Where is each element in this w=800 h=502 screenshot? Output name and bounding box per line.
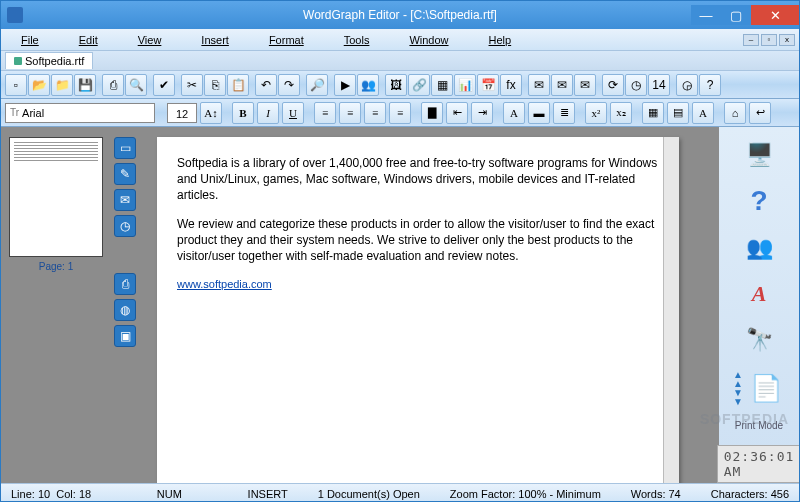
- mail-send-button[interactable]: ✉: [551, 74, 573, 96]
- status-zoom: Zoom Factor: 100% - Minimum: [450, 488, 601, 500]
- font-select[interactable]: Arial: [5, 103, 155, 123]
- page-thumbnail[interactable]: [9, 137, 103, 257]
- main-toolbar: ▫📂📁💾⎙🔍✔✂⎘📋↶↷🔎▶👥🖼🔗▦📊📅fx✉✉✉⟳◷14◶?: [1, 71, 799, 99]
- refresh-button[interactable]: ⟳: [602, 74, 624, 96]
- help-question-icon[interactable]: ?: [740, 185, 778, 217]
- thumbnail-panel: Page: 1: [1, 127, 111, 483]
- indent-right-button[interactable]: ⇥: [471, 102, 493, 124]
- hyperlink[interactable]: www.softpedia.com: [177, 278, 272, 290]
- close-button[interactable]: ✕: [751, 5, 799, 25]
- underline-button[interactable]: U: [282, 102, 304, 124]
- home-button[interactable]: ⌂: [724, 102, 746, 124]
- color-button[interactable]: A: [503, 102, 525, 124]
- paragraph: Softpedia is a library of over 1,400,000…: [177, 155, 659, 204]
- menu-view[interactable]: View: [138, 34, 162, 46]
- picture-button[interactable]: 🖼: [385, 74, 407, 96]
- users-button[interactable]: 👥: [357, 74, 379, 96]
- redo-button[interactable]: ↷: [278, 74, 300, 96]
- align-justify-button[interactable]: ≡: [389, 102, 411, 124]
- align-right-button[interactable]: ≡: [364, 102, 386, 124]
- tab-label: Softpedia.rtf: [25, 55, 84, 67]
- help-button[interactable]: ?: [699, 74, 721, 96]
- print-mode-icon[interactable]: 📄: [747, 371, 785, 405]
- monitor-icon[interactable]: 🖥️: [740, 139, 778, 171]
- side-edit-icon[interactable]: ✎: [114, 163, 136, 185]
- fx-button[interactable]: fx: [500, 74, 522, 96]
- open-button[interactable]: 📂: [28, 74, 50, 96]
- align-left-button[interactable]: ≡: [314, 102, 336, 124]
- status-insert: INSERT: [248, 488, 288, 500]
- time-button[interactable]: ◷: [625, 74, 647, 96]
- calendar-button[interactable]: 14: [648, 74, 670, 96]
- history-button[interactable]: ◶: [676, 74, 698, 96]
- bullets-button[interactable]: ≣: [553, 102, 575, 124]
- mail-new-button[interactable]: ✉: [528, 74, 550, 96]
- nav-arrows[interactable]: ▲▲▼▼: [733, 370, 743, 406]
- side-clock-icon[interactable]: ◷: [114, 215, 136, 237]
- binoculars-icon[interactable]: 🔭: [740, 324, 778, 356]
- mail-button[interactable]: ✉: [574, 74, 596, 96]
- users-icon[interactable]: 👥: [740, 231, 778, 263]
- italic-button[interactable]: I: [257, 102, 279, 124]
- font-dlg-button[interactable]: A: [692, 102, 714, 124]
- watermark: SOFTPEDIA: [700, 411, 789, 427]
- menu-help[interactable]: Help: [489, 34, 512, 46]
- save-button[interactable]: 💾: [74, 74, 96, 96]
- undo-button[interactable]: ↶: [255, 74, 277, 96]
- shade-button[interactable]: ▤: [667, 102, 689, 124]
- run-button[interactable]: ▶: [334, 74, 356, 96]
- copy-button[interactable]: ⎘: [204, 74, 226, 96]
- menu-tools[interactable]: Tools: [344, 34, 370, 46]
- date-button[interactable]: 📅: [477, 74, 499, 96]
- font-size-input[interactable]: 12: [167, 103, 197, 123]
- menu-format[interactable]: Format: [269, 34, 304, 46]
- back-button[interactable]: ↩: [749, 102, 771, 124]
- print-button[interactable]: ⎙: [102, 74, 124, 96]
- size-up-button[interactable]: A↕: [200, 102, 222, 124]
- cut-button[interactable]: ✂: [181, 74, 203, 96]
- align-center-button[interactable]: ≡: [339, 102, 361, 124]
- thumbnail-label: Page: 1: [9, 261, 103, 272]
- super-button[interactable]: x²: [585, 102, 607, 124]
- status-docs: 1 Document(s) Open: [318, 488, 420, 500]
- side-button-panel: ▭ ✎ ✉ ◷ ⎙ ◍ ▣: [111, 127, 139, 483]
- find-button[interactable]: 🔎: [306, 74, 328, 96]
- document-page[interactable]: Softpedia is a library of over 1,400,000…: [157, 137, 679, 483]
- link-button[interactable]: 🔗: [408, 74, 430, 96]
- side-globe-icon[interactable]: ◍: [114, 299, 136, 321]
- app-icon: [7, 7, 23, 23]
- minimize-button[interactable]: —: [691, 5, 721, 25]
- format-toolbar: Arial 12 A↕BIU≡≡≡≡▇⇤⇥A▬≣x²x₂▦▤A⌂↩: [1, 99, 799, 127]
- mdi-close-button[interactable]: x: [779, 34, 795, 46]
- menu-file[interactable]: File: [21, 34, 39, 46]
- spellcheck-button[interactable]: ✔: [153, 74, 175, 96]
- side-media-icon[interactable]: ▣: [114, 325, 136, 347]
- bold-button[interactable]: B: [232, 102, 254, 124]
- print-preview-button[interactable]: 🔍: [125, 74, 147, 96]
- tab-document[interactable]: Softpedia.rtf: [5, 52, 93, 69]
- status-line: Line: 10 Col: 18: [11, 488, 91, 500]
- menu-window[interactable]: Window: [409, 34, 448, 46]
- side-page-icon[interactable]: ▭: [114, 137, 136, 159]
- menu-insert[interactable]: Insert: [201, 34, 229, 46]
- form-button[interactable]: ▦: [431, 74, 453, 96]
- chart-button[interactable]: 📊: [454, 74, 476, 96]
- paste-button[interactable]: 📋: [227, 74, 249, 96]
- fill-button[interactable]: ▬: [528, 102, 550, 124]
- side-comment-icon[interactable]: ✉: [114, 189, 136, 211]
- mdi-minimize-button[interactable]: –: [743, 34, 759, 46]
- mdi-restore-button[interactable]: ▫: [761, 34, 777, 46]
- side-print-icon[interactable]: ⎙: [114, 273, 136, 295]
- open-folder-button[interactable]: 📁: [51, 74, 73, 96]
- new-button[interactable]: ▫: [5, 74, 27, 96]
- sub-button[interactable]: x₂: [610, 102, 632, 124]
- titlebar: WordGraph Editor - [C:\Softpedia.rtf] — …: [1, 1, 799, 29]
- font-settings-icon[interactable]: A: [740, 278, 778, 310]
- highlight-button[interactable]: ▇: [421, 102, 443, 124]
- indent-left-button[interactable]: ⇤: [446, 102, 468, 124]
- border-button[interactable]: ▦: [642, 102, 664, 124]
- vertical-scrollbar[interactable]: [663, 137, 679, 483]
- status-words: Words: 74: [631, 488, 681, 500]
- maximize-button[interactable]: ▢: [721, 5, 751, 25]
- menu-edit[interactable]: Edit: [79, 34, 98, 46]
